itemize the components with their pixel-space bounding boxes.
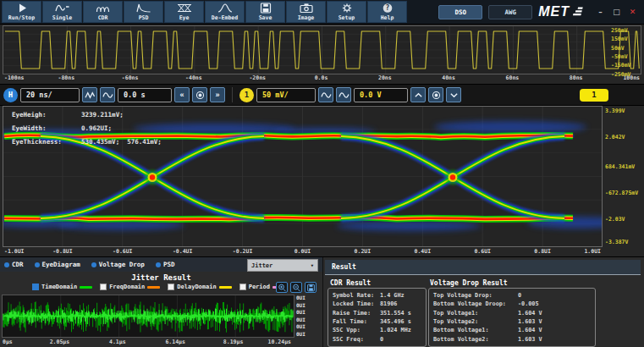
legend-checkbox-period[interactable] xyxy=(239,284,246,290)
result-row: Bottom Voltage Droop:-0.005 xyxy=(433,300,591,307)
view-option-cdr[interactable]: CDR xyxy=(4,261,24,268)
eye-ui-tick: -0.6UI xyxy=(113,248,132,255)
view-option-eyediagram[interactable]: EyeDiagram xyxy=(35,261,80,268)
v-sine-button-1[interactable] xyxy=(318,87,333,102)
voltage-axis-label: 150mV xyxy=(611,36,628,43)
close-button[interactable]: ✕ xyxy=(626,6,639,19)
time-domain-waveform-plot[interactable] xyxy=(3,25,641,74)
jitter-type-dropdown[interactable]: Jitter ▾ xyxy=(247,259,318,272)
toolbar-button-group: Run/StopSingleCDRPSDEyeDe-EmbedSaveImage… xyxy=(2,1,407,23)
h-zigzag-button[interactable] xyxy=(82,87,97,102)
pan-right-button[interactable]: » xyxy=(210,87,225,102)
v-center-button[interactable] xyxy=(428,87,443,102)
question-icon: ? xyxy=(380,3,395,14)
toolbar-button-cdr[interactable]: CDR xyxy=(83,1,123,23)
toolbar-button-single[interactable]: Single xyxy=(42,1,82,23)
oscilloscope-app: Run/StopSingleCDRPSDEyeDe-EmbedSaveImage… xyxy=(0,0,644,347)
result-row: Bottom Voltage2:1.603 V xyxy=(433,336,591,343)
single-wave-icon xyxy=(55,3,70,14)
result-row-label: Fall Time: xyxy=(333,318,380,325)
result-row-value: 1.604 V xyxy=(518,310,542,317)
channel-1-badge[interactable]: 1 xyxy=(580,89,608,102)
camera-icon xyxy=(299,3,314,14)
result-row-label: Raise Time: xyxy=(333,310,380,317)
toolbar-button-label: CDR xyxy=(98,14,108,21)
toolbar-button-setup[interactable]: Setup xyxy=(327,1,366,23)
result-row-label: Top Voltage2: xyxy=(433,318,518,325)
eye-ui-tick: 0.2UI xyxy=(355,248,372,255)
channel-1-knob[interactable]: 1 xyxy=(239,88,254,102)
result-row-label: Bottom Voltage2: xyxy=(433,336,518,343)
result-row-label: Top Voltage1: xyxy=(433,310,518,317)
maximize-button[interactable]: □ xyxy=(610,6,623,19)
horizontal-knob[interactable]: H xyxy=(3,88,18,102)
minimize-button[interactable]: – xyxy=(594,6,607,19)
jitter-y-label: 0UI xyxy=(296,323,315,329)
legend-item-timedomain: TimeDomain xyxy=(32,284,92,290)
view-option-psd[interactable]: PSD xyxy=(156,261,175,268)
vertical-offset-field[interactable]: 0.0 V xyxy=(354,88,408,102)
radio-dot-icon xyxy=(156,262,161,267)
legend-checkbox-delaydomain[interactable] xyxy=(168,284,174,290)
result-row-value: 1.603 V xyxy=(518,336,542,343)
radio-dot-icon xyxy=(4,262,9,267)
result-row: SSC Freq:0 xyxy=(333,336,421,343)
save-small-button[interactable] xyxy=(305,282,316,293)
legend-checkbox-freqdomain[interactable] xyxy=(100,284,107,290)
radio-dot-icon xyxy=(35,262,40,267)
logo-flag-icon xyxy=(570,6,583,18)
horizontal-offset-field[interactable]: 0.0 s xyxy=(118,88,172,102)
toolbar-button-eye[interactable]: Eye xyxy=(164,1,204,23)
jitter-plot[interactable] xyxy=(2,295,294,338)
view-option-voltage-drop[interactable]: Voltage Drop xyxy=(91,261,145,268)
eye-voltage-label: -672.875mV xyxy=(605,190,638,196)
legend-color-swatch xyxy=(147,286,160,289)
eye-voltage-label: -3.387V xyxy=(605,239,628,245)
toolbar-button-de-embed[interactable]: De-Embed xyxy=(205,1,245,23)
pan-left-button[interactable]: « xyxy=(174,87,190,102)
toolbar-button-save[interactable]: Save xyxy=(245,1,285,23)
eye-voltage-label: 3.399V xyxy=(605,107,625,114)
toolbar-button-psd[interactable]: PSD xyxy=(124,1,163,23)
jitter-y-label: 0UI xyxy=(296,309,315,315)
toolbar-button-help[interactable]: ?Help xyxy=(367,1,407,23)
voltage-drop-result-title: Voltage Drop Result xyxy=(430,279,508,287)
jitter-result-title: Jitter Result xyxy=(0,273,322,282)
h-sine-button[interactable] xyxy=(100,87,115,102)
voltage-drop-result-box: Top Voltage Drop:0Bottom Voltage Droop:-… xyxy=(428,288,596,347)
dso-button[interactable]: DSO xyxy=(438,5,482,19)
legend-checkbox-timedomain[interactable] xyxy=(32,284,39,290)
toolbar-button-image[interactable]: Image xyxy=(286,1,326,23)
time-axis-tick: 0.0s xyxy=(315,74,328,81)
zoom-out-button[interactable] xyxy=(290,282,302,293)
v-sine-button-2[interactable] xyxy=(336,87,351,102)
eye-measurement-label: EyeThickness: xyxy=(12,138,81,146)
toolbar-button-run-stop[interactable]: Run/Stop xyxy=(2,1,41,23)
coil-icon xyxy=(96,3,111,14)
time-axis-tick: 20ns xyxy=(378,74,392,81)
result-row: Top Voltage1:1.604 V xyxy=(433,310,591,317)
shift-down-button[interactable] xyxy=(446,87,461,102)
eye-ui-tick: 0.0UI xyxy=(294,248,311,255)
result-row-value: 351.554 s xyxy=(380,310,411,317)
eye-ui-tick: 0.4UI xyxy=(415,248,432,255)
result-row-value: 345.496 s xyxy=(380,318,411,325)
view-options: CDREyeDiagramVoltage DropPSD xyxy=(4,261,174,268)
horizontal-scale-field[interactable]: 20 ns/ xyxy=(20,88,80,102)
shift-up-button[interactable] xyxy=(410,87,426,102)
result-row: Bottom Voltage1:1.604 V xyxy=(433,327,591,333)
eye-diagram-panel: EyeHeigh:3239.211mV;EyeWidth:0.962UI;Eye… xyxy=(0,106,644,257)
h-center-button[interactable] xyxy=(192,87,207,102)
jitter-x-tick: 2.05μs xyxy=(50,339,69,345)
vertical-scale-field[interactable]: 50 mV/ xyxy=(256,88,316,102)
time-axis-tick: 80ns xyxy=(570,74,583,81)
time-axis-tick: -40ns xyxy=(185,74,202,81)
awg-button[interactable]: AWG xyxy=(488,5,532,19)
jitter-x-tick: 4.1μs xyxy=(109,339,126,345)
toolbar-button-label: Run/Stop xyxy=(8,14,35,21)
divider xyxy=(232,87,233,102)
jitter-legend: TimeDomainFreqDomainDelayDomainPeriod xyxy=(32,284,285,290)
zoom-in-button[interactable] xyxy=(276,282,288,293)
eye-ui-tick: -0.4UI xyxy=(173,248,192,255)
result-row-value: 81906 xyxy=(380,300,397,307)
